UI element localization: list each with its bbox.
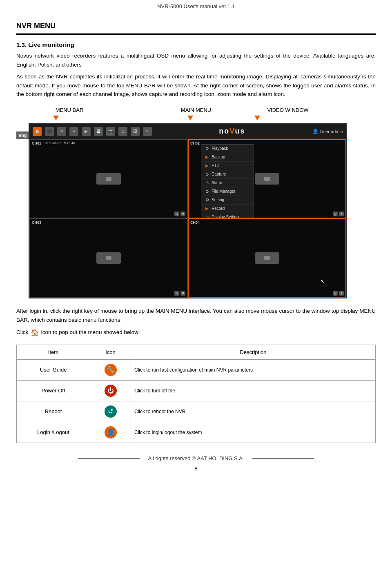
page-header: NVR-5000 User's manual ver.1.1	[16, 0, 376, 14]
table-cell-description: Click to reboot the NVR	[131, 401, 376, 422]
table-cell-item: Power Off	[17, 380, 90, 401]
ch02-camera	[255, 173, 279, 185]
nvr-channel-2: CH02 Q ■ ⊙ Playback ▶ Back	[188, 139, 346, 218]
ctx-setting-icon: ⚙	[205, 198, 209, 203]
nvr-channel-grid: CH01 2011-01-09 15:49:46 Q ■ CH02 Q ■	[29, 139, 346, 298]
page-title: NVR-5000 User's manual ver.1.1	[157, 3, 235, 9]
table-row: Power Off⏻Click to turn off the	[17, 380, 376, 401]
ctx-display: ⊙ Display Setting	[201, 213, 254, 218]
ch02-rec-icon: ■	[339, 212, 344, 216]
ch02-zoom-icon: Q	[333, 212, 338, 216]
ch01-rec-icon: ■	[180, 212, 185, 216]
page-footer: All rights reserved © AAT HOLDING S.A.	[16, 455, 376, 461]
nvr-channel-3: CH03 Q ■	[29, 218, 188, 298]
table-icon-3: 👤	[105, 426, 117, 439]
diagram-labels: MENU BAR MAIN MENU VIDEO WINDOW	[16, 107, 376, 113]
ctx-alarm-icon: ⚠	[205, 180, 209, 185]
table-cell-icon: ⏻	[90, 380, 131, 401]
ch01-zoom-icon: Q	[174, 212, 179, 216]
nvr-menu-icon: ≡	[143, 127, 152, 136]
ctx-setting: ⚙ Setting	[201, 196, 254, 205]
table-row: User Guide🔧Click to run fast configurati…	[17, 359, 376, 380]
ch03-rec-icon: ■	[180, 291, 185, 296]
paragraph-1: Novus network video recorders features a…	[16, 51, 376, 69]
table-cell-description: Click to turn off the	[131, 380, 376, 401]
nvr-channel-4: CH04 Q ■ ↖	[188, 218, 346, 298]
label-video-window: VIDEO WINDOW	[265, 107, 310, 113]
nvr-home-icon: 🏠	[33, 127, 42, 136]
table-cell-icon: 👤	[90, 422, 131, 443]
ch04-camera	[255, 252, 279, 264]
nvr-gear-icon: ✦	[69, 127, 78, 136]
footer-copyright: All rights reserved © AAT HOLDING S.A.	[148, 455, 244, 461]
post-diagram-paragraph-2: Click 🏠 icon to pop out the menu showed …	[16, 327, 376, 338]
ctx-filemanager-icon: ⊙	[205, 189, 209, 194]
ch02-icons: Q ■	[333, 212, 344, 216]
ch01-icons: Q ■	[174, 212, 185, 216]
ch03-camera	[96, 252, 121, 264]
divider	[16, 33, 376, 35]
mouse-cursor-icon: ↖	[320, 278, 325, 285]
ctx-playback-icon: ⊙	[205, 146, 209, 151]
ch03-icons: Q ■	[174, 291, 185, 296]
nvr-channel-1: CH01 2011-01-09 15:49:46 Q ■	[29, 139, 188, 218]
nvr-context-menu: ⊙ Playback ▶ Backup ▶ PTZ ⊙	[201, 144, 254, 218]
ctx-playback: ⊙ Playback	[201, 145, 254, 153]
table-icon-1: ⏻	[105, 385, 117, 397]
ctx-ptz-icon: ▶	[205, 163, 209, 168]
table-cell-icon: 🔧	[90, 359, 131, 380]
table-icon-0: 🔧	[105, 364, 117, 376]
table-header-item: Item	[17, 345, 90, 359]
nvr-screenshot: 🏠 ⬛ ⚙ ✦ ▶ 💾 📷 ⚠ 🖼 ≡ noVus 👤 User admin	[29, 123, 347, 298]
table-cell-item: Reboot	[17, 401, 90, 422]
ch01-camera	[96, 173, 121, 185]
home-icon-inline: 🏠	[31, 327, 39, 338]
nvr-alert-icon: ⚠	[118, 127, 127, 136]
nvr-save-icon: 💾	[94, 127, 103, 136]
arrow-main-menu-icon	[187, 116, 193, 120]
table-row: Reboot↺Click to reboot the NVR	[17, 401, 376, 422]
ctx-capture: ⊙ Capture	[201, 170, 254, 179]
ch03-label: CH03	[32, 220, 41, 225]
paragraph-2: As soon as the NVR completes its initial…	[16, 72, 376, 99]
ctx-display-icon: ⊙	[205, 215, 209, 218]
ch03-zoom-icon: Q	[174, 291, 179, 296]
footer-line-right	[252, 458, 314, 459]
ctx-backup: ▶ Backup	[201, 153, 254, 162]
table-cell-icon: ↺	[90, 401, 131, 422]
table-icon-2: ↺	[105, 405, 117, 418]
nvr-camera-icon: 📷	[106, 127, 115, 136]
ctx-alarm: ⚠ Alarm	[201, 179, 254, 187]
language-badge: eng	[16, 131, 29, 139]
ch01-label: CH01	[32, 141, 41, 145]
ch04-icons: Q ■	[333, 291, 344, 296]
page-number: 8	[16, 465, 376, 472]
ch01-time: 2011-01-09 15:49:46	[45, 141, 75, 145]
table-header-description: Description	[131, 345, 376, 359]
footer-line-left	[78, 458, 140, 459]
arrow-menu-bar-icon	[53, 116, 59, 120]
nvr-topbar: 🏠 ⬛ ⚙ ✦ ▶ 💾 📷 ⚠ 🖼 ≡ noVus 👤 User admin	[29, 124, 346, 139]
table-cell-description: Click to run fast configuration of main …	[131, 359, 376, 380]
ch02-label: CH02	[190, 141, 200, 145]
ch04-label: CH04	[190, 220, 200, 225]
section-title: NVR MENU	[16, 22, 376, 30]
table-cell-item: User Guide	[17, 359, 90, 380]
ctx-record: ▶ Record	[201, 205, 254, 213]
nvr-user-label: User admin	[320, 129, 343, 134]
ctx-filemanager: ⊙ File Manager	[201, 187, 254, 196]
ch04-zoom-icon: Q	[333, 291, 338, 296]
ch04-rec-icon: ■	[339, 291, 344, 296]
diagram-arrows	[16, 115, 376, 122]
table-cell-item: Login /Logout	[17, 422, 90, 443]
post-diagram-paragraph-1: After login in, click the right key of m…	[16, 307, 376, 324]
label-menu-bar: MENU BAR	[45, 107, 94, 113]
table-header-icon: Icon	[90, 345, 131, 359]
nvr-logo: noVus	[219, 127, 245, 136]
table-cell-description: Click to login/logout the system	[131, 422, 376, 443]
nvr-play-icon: ▶	[82, 127, 91, 136]
arrow-video-window-icon	[254, 116, 260, 120]
menu-table: Item Icon Description User Guide🔧Click t…	[16, 345, 376, 443]
ctx-ptz: ▶ PTZ	[201, 162, 254, 170]
table-row: Login /Logout👤Click to login/logout the …	[17, 422, 376, 443]
